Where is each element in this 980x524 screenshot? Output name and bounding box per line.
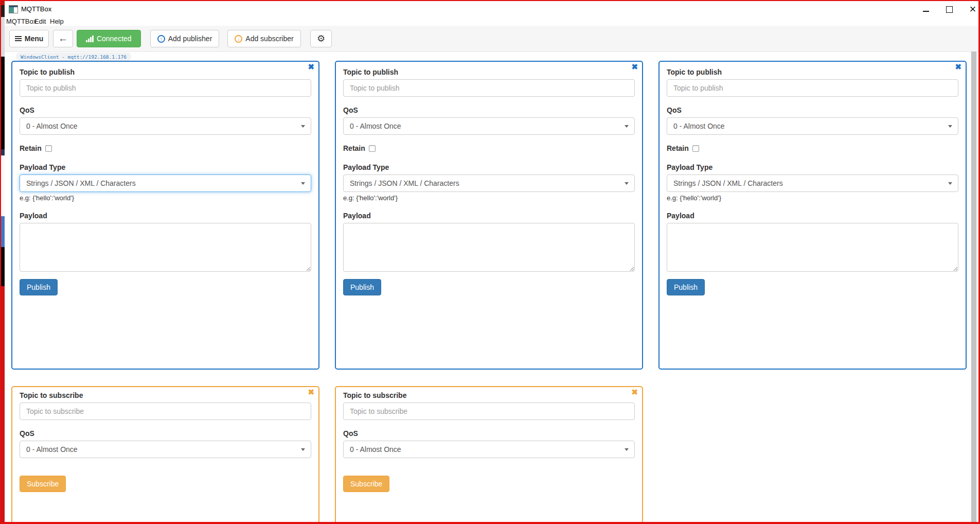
topic-to-subscribe-input[interactable] — [20, 403, 311, 420]
vertical-scrollbar-thumb[interactable] — [971, 51, 976, 522]
topic-to-subscribe-input[interactable] — [343, 403, 635, 420]
qos-label: QoS — [20, 106, 311, 115]
payload-type-select[interactable]: Strings / JSON / XML / Characters — [20, 174, 311, 192]
publishers-row: ✖ Topic to publish QoS 0 - Almost Once R… — [11, 61, 967, 370]
topic-to-publish-label: Topic to publish — [20, 68, 311, 77]
payload-hint: e.g: {'hello':'world'} — [343, 194, 635, 202]
maximize-button[interactable] — [941, 3, 957, 16]
arrow-down-circle-icon: ↓ — [235, 35, 242, 43]
edge-artifact — [1, 5, 5, 17]
edge-artifact — [1, 1, 5, 5]
topic-to-publish-label: Topic to publish — [667, 68, 958, 77]
window-border-top — [0, 0, 980, 1]
publish-button[interactable]: Publish — [667, 279, 705, 295]
payload-textarea[interactable] — [667, 223, 958, 272]
payload-type-select[interactable]: Strings / JSON / XML / Characters — [343, 174, 635, 192]
gear-icon: ⚙ — [317, 33, 325, 44]
client-connection-label: WindowsClient - mqtt://192.168.1.176 — [21, 54, 127, 60]
back-arrow-icon: ← — [58, 34, 68, 43]
subscriber-panel: ✖ Topic to subscribe QoS 0 - Almost Once… — [335, 386, 643, 524]
hamburger-icon — [15, 36, 22, 37]
subscribers-row: ✖ Topic to subscribe QoS 0 - Almost Once… — [11, 386, 643, 524]
payload-label: Payload — [343, 212, 635, 220]
edge-artifact — [1, 247, 5, 286]
back-button[interactable]: ← — [53, 30, 73, 47]
payload-type-select[interactable]: Strings / JSON / XML / Characters — [667, 174, 958, 192]
topic-to-publish-input[interactable] — [343, 79, 635, 97]
payload-label: Payload — [20, 212, 311, 220]
qos-label: QoS — [343, 106, 635, 115]
subscribe-button[interactable]: Subscribe — [20, 476, 66, 492]
subscriber-panel: ✖ Topic to subscribe QoS 0 - Almost Once… — [11, 386, 319, 524]
publisher-panel: ✖ Topic to publish QoS 0 - Almost Once R… — [11, 61, 319, 370]
add-subscriber-label: Add subscriber — [245, 34, 293, 43]
window-border-left — [0, 0, 1, 524]
qos-label: QoS — [20, 429, 311, 438]
payload-textarea[interactable] — [20, 223, 311, 272]
topic-to-publish-input[interactable] — [667, 79, 958, 97]
edge-artifact — [1, 155, 5, 216]
qos-label: QoS — [343, 429, 635, 438]
topic-to-subscribe-label: Topic to subscribe — [20, 391, 311, 400]
subscribe-button[interactable]: Subscribe — [343, 476, 389, 492]
payload-label: Payload — [667, 212, 958, 220]
qos-select[interactable]: 0 - Almost Once — [20, 441, 311, 458]
retain-label: Retain — [343, 144, 365, 153]
minimize-button[interactable] — [918, 3, 934, 16]
payload-type-label: Payload Type — [20, 163, 311, 172]
publish-button[interactable]: Publish — [343, 279, 381, 295]
client-connection-tab[interactable]: WindowsClient - mqtt://192.168.1.176 — [16, 53, 131, 61]
add-subscriber-button[interactable]: ↓ Add subscriber — [227, 30, 301, 47]
retain-checkbox[interactable] — [692, 145, 699, 152]
menu-item-edit[interactable]: Edit — [34, 18, 46, 25]
retain-label: Retain — [20, 144, 42, 153]
retain-checkbox[interactable] — [369, 145, 376, 152]
title-bar: MQTTBox × — [1, 1, 978, 17]
menu-item-mqttbox[interactable]: MQTTBox — [6, 18, 37, 25]
qos-select[interactable]: 0 - Almost Once — [343, 117, 635, 135]
payload-type-label: Payload Type — [343, 163, 635, 172]
close-panel-icon[interactable]: ✖ — [955, 63, 961, 71]
connected-label: Connected — [97, 34, 132, 43]
topic-to-publish-label: Topic to publish — [343, 68, 635, 77]
edge-artifact — [1, 57, 5, 149]
maximize-icon — [946, 6, 953, 13]
payload-type-label: Payload Type — [667, 163, 958, 172]
topic-to-publish-input[interactable] — [20, 79, 311, 97]
qos-select[interactable]: 0 - Almost Once — [667, 117, 958, 135]
connected-status-button[interactable]: Connected — [77, 30, 141, 47]
close-panel-icon[interactable]: ✖ — [308, 63, 314, 71]
qos-select[interactable]: 0 - Almost Once — [343, 441, 635, 458]
topic-to-subscribe-label: Topic to subscribe — [343, 391, 635, 400]
edge-artifact — [1, 149, 5, 155]
add-publisher-label: Add publisher — [168, 34, 212, 43]
signal-bars-icon — [86, 36, 94, 42]
add-publisher-button[interactable]: ↑ Add publisher — [150, 30, 219, 47]
publisher-panel: ✖ Topic to publish QoS 0 - Almost Once R… — [658, 61, 967, 370]
menu-item-help[interactable]: Help — [50, 18, 64, 25]
close-panel-icon[interactable]: ✖ — [631, 388, 638, 396]
qos-select[interactable]: 0 - Almost Once — [20, 117, 311, 135]
menu-button-label: Menu — [25, 34, 44, 43]
payload-hint: e.g: {'hello':'world'} — [667, 194, 958, 202]
retain-checkbox[interactable] — [45, 145, 52, 152]
menu-bar: MQTTBox Edit Help — [1, 17, 978, 26]
edge-artifact — [1, 17, 5, 57]
edge-artifact — [1, 216, 5, 247]
settings-button[interactable]: ⚙ — [310, 30, 332, 47]
payload-textarea[interactable] — [343, 223, 635, 272]
qos-label: QoS — [667, 106, 958, 115]
payload-hint: e.g: {'hello':'world'} — [20, 194, 311, 202]
close-panel-icon[interactable]: ✖ — [631, 63, 638, 71]
close-button[interactable]: × — [965, 3, 980, 16]
arrow-up-circle-icon: ↑ — [157, 35, 165, 43]
close-icon: × — [970, 4, 976, 15]
window-title: MQTTBox — [21, 5, 51, 13]
menu-button[interactable]: Menu — [9, 30, 49, 47]
edge-artifact — [1, 286, 5, 524]
toolbar: Menu ← Connected ↑ Add publisher ↓ Add s… — [1, 26, 978, 52]
publish-button[interactable]: Publish — [20, 279, 58, 295]
retain-label: Retain — [667, 144, 689, 153]
close-panel-icon[interactable]: ✖ — [308, 388, 314, 396]
window-border-bottom — [0, 522, 980, 524]
